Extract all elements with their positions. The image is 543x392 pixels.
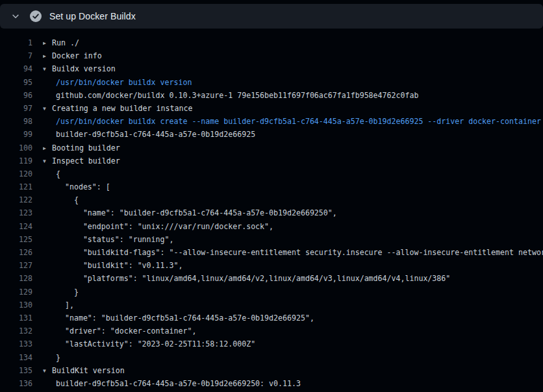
line-number[interactable]: 130 <box>0 299 32 312</box>
step-header[interactable]: Set up Docker Buildx <box>0 4 543 29</box>
log-line: 97 ▼Creating a new builder instance <box>0 102 543 115</box>
group-toggle-icon[interactable]: ▶ <box>43 142 52 154</box>
log-text: "platforms": "linux/amd64,linux/amd64/v2… <box>43 272 450 285</box>
log-text: "lastActivity": "2023-02-25T11:58:12.000… <box>43 337 255 350</box>
line-number[interactable]: 126 <box>0 246 32 259</box>
log-line: 95 /usr/bin/docker buildx version <box>0 76 543 89</box>
actions-log-viewer: Set up Docker Buildx 1 ▶Run ./ 7 ▶Docker… <box>0 4 543 392</box>
line-number[interactable]: 133 <box>0 337 32 350</box>
log-line: 94 ▼Buildx version <box>0 62 543 75</box>
line-number[interactable]: 132 <box>0 325 32 337</box>
log-line: 129 } <box>0 286 543 299</box>
line-number[interactable]: 122 <box>0 193 32 206</box>
line-number[interactable]: 100 <box>0 141 32 154</box>
log-text: "buildkit": "v0.11.3", <box>43 259 183 272</box>
log-line: 128 "platforms": "linux/amd64,linux/amd6… <box>0 272 543 285</box>
log-text: { <box>43 167 60 180</box>
group-toggle-icon[interactable]: ▶ <box>43 50 52 62</box>
step-title: Set up Docker Buildx <box>49 11 136 21</box>
line-number[interactable]: 94 <box>0 62 32 75</box>
log-line: 125 "status": "running", <box>0 233 543 246</box>
log-line: 135 ▼BuildKit version <box>0 364 543 377</box>
log-text: builder-d9cfb5a1-c764-445a-a57e-0b19d2e6… <box>43 128 255 141</box>
log-text[interactable]: ▶Run ./ <box>43 36 79 49</box>
log-line: 134 } <box>0 351 543 364</box>
line-number[interactable]: 99 <box>0 128 32 141</box>
line-number[interactable]: 97 <box>0 102 32 115</box>
check-circle-icon <box>30 10 42 22</box>
line-number[interactable]: 124 <box>0 220 32 233</box>
chevron-down-icon[interactable] <box>10 11 21 21</box>
log-line: 127 "buildkit": "v0.11.3", <box>0 259 543 272</box>
line-number[interactable]: 127 <box>0 259 32 272</box>
log-text[interactable]: ▼Buildx version <box>43 62 116 75</box>
log-line: 121 "nodes": [ <box>0 180 543 193</box>
log-text[interactable]: ▼Creating a new builder instance <box>43 102 192 115</box>
line-number[interactable]: 7 <box>0 49 32 62</box>
log-body: 1 ▶Run ./ 7 ▶Docker info 94 ▼Buildx vers… <box>0 29 543 390</box>
line-number[interactable]: 119 <box>0 154 32 167</box>
log-line: 100 ▶Booting builder <box>0 141 543 154</box>
log-text: /usr/bin/docker buildx create --name bui… <box>43 115 541 128</box>
log-text: /usr/bin/docker buildx version <box>43 76 192 89</box>
log-line: 124 "endpoint": "unix:///var/run/docker.… <box>0 220 543 233</box>
log-line: 119 ▼Inspect builder <box>0 154 543 167</box>
log-text: } <box>43 351 60 364</box>
log-text: github.com/docker/buildx 0.10.3+azure-1 … <box>43 89 418 102</box>
log-text: "buildkitd-flags": "--allow-insecure-ent… <box>43 246 543 259</box>
log-text: ], <box>43 299 74 312</box>
log-line: 7 ▶Docker info <box>0 49 543 62</box>
log-text: "status": "running", <box>43 233 173 246</box>
group-toggle-icon[interactable]: ▼ <box>43 365 52 377</box>
log-text[interactable]: ▶Docker info <box>43 49 102 62</box>
line-number[interactable]: 96 <box>0 89 32 102</box>
log-line: 1 ▶Run ./ <box>0 36 543 49</box>
log-text: "nodes": [ <box>43 180 110 193</box>
line-number[interactable]: 129 <box>0 286 32 299</box>
log-text: "endpoint": "unix:///var/run/docker.sock… <box>43 220 273 233</box>
log-line: 122 { <box>0 193 543 206</box>
log-text: "name": "builder-d9cfb5a1-c764-445a-a57e… <box>43 206 337 219</box>
log-line: 131 "name": "builder-d9cfb5a1-c764-445a-… <box>0 312 543 325</box>
log-text[interactable]: ▶Booting builder <box>43 141 120 154</box>
log-line: 133 "lastActivity": "2023-02-25T11:58:12… <box>0 337 543 350</box>
log-line: 130 ], <box>0 299 543 312</box>
log-line: 123 "name": "builder-d9cfb5a1-c764-445a-… <box>0 206 543 219</box>
line-number[interactable]: 136 <box>0 377 32 390</box>
group-toggle-icon[interactable]: ▼ <box>43 103 52 115</box>
line-number[interactable]: 95 <box>0 76 32 89</box>
group-toggle-icon[interactable]: ▼ <box>43 63 52 75</box>
line-number[interactable]: 121 <box>0 180 32 193</box>
log-text: builder-d9cfb5a1-c764-445a-a57e-0b19d2e6… <box>43 377 301 390</box>
group-toggle-icon[interactable]: ▼ <box>43 155 52 167</box>
log-text: } <box>43 286 79 299</box>
log-line: 126 "buildkitd-flags": "--allow-insecure… <box>0 246 543 259</box>
line-number[interactable]: 135 <box>0 364 32 377</box>
log-text: "name": "builder-d9cfb5a1-c764-445a-a57e… <box>43 312 314 325</box>
line-number[interactable]: 1 <box>0 36 32 49</box>
line-number[interactable]: 98 <box>0 115 32 128</box>
log-line: 96 github.com/docker/buildx 0.10.3+azure… <box>0 89 543 102</box>
line-number[interactable]: 120 <box>0 167 32 180</box>
line-number[interactable]: 125 <box>0 233 32 246</box>
log-text: { <box>43 193 79 206</box>
log-text[interactable]: ▼Inspect builder <box>43 154 120 167</box>
log-text: "driver": "docker-container", <box>43 325 196 337</box>
log-line: 136 builder-d9cfb5a1-c764-445a-a57e-0b19… <box>0 377 543 390</box>
line-number[interactable]: 131 <box>0 312 32 325</box>
group-toggle-icon[interactable]: ▶ <box>43 37 52 49</box>
line-number[interactable]: 134 <box>0 351 32 364</box>
log-line: 98 /usr/bin/docker buildx create --name … <box>0 115 543 128</box>
line-number[interactable]: 123 <box>0 206 32 219</box>
log-line: 99 builder-d9cfb5a1-c764-445a-a57e-0b19d… <box>0 128 543 141</box>
line-number[interactable]: 128 <box>0 272 32 285</box>
log-line: 132 "driver": "docker-container", <box>0 325 543 337</box>
log-text[interactable]: ▼BuildKit version <box>43 364 125 377</box>
log-line: 120 { <box>0 167 543 180</box>
